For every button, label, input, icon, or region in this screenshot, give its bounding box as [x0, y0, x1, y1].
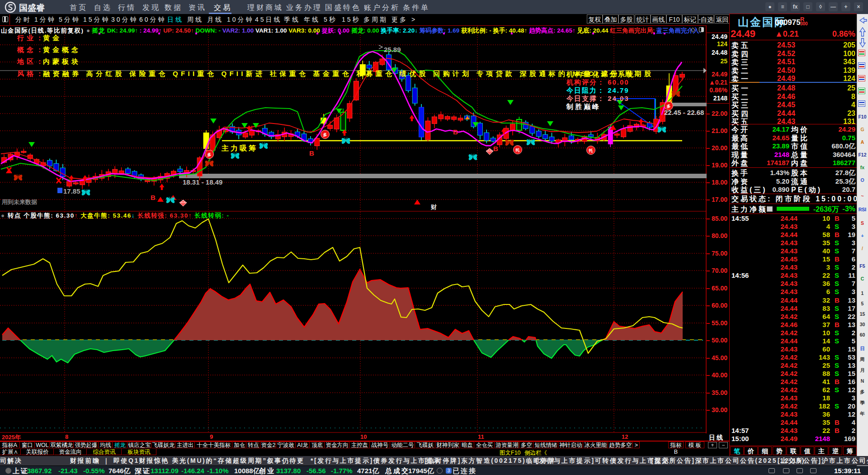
svg-text:托: 托: [589, 148, 593, 153]
svg-text:托: 托: [515, 148, 520, 152]
svg-text:多: 多: [667, 104, 671, 109]
svg-text:多: 多: [208, 152, 212, 157]
svg-text:多: 多: [323, 133, 327, 137]
